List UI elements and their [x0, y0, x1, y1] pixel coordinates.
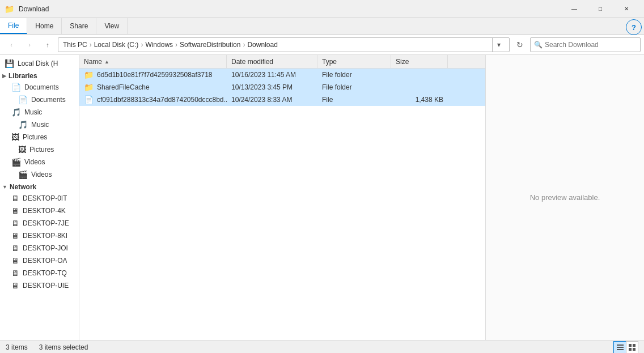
col-header-name[interactable]: Name ▲ — [79, 55, 227, 68]
sidebar-item-desktop-7je[interactable]: 🖥 DESKTOP-7JE — [0, 217, 79, 229]
sidebar-item-pictures-sub[interactable]: 🖼 Pictures — [0, 143, 79, 156]
svg-rect-4 — [633, 344, 635, 347]
refresh-button[interactable]: ↻ — [512, 37, 528, 52]
sidebar-item-pictures-lib[interactable]: 🖼 Pictures — [0, 131, 79, 143]
sidebar-item-desktop-uie[interactable]: 🖥 DESKTOP-UIE — [0, 279, 79, 292]
separator-2: › — [141, 41, 143, 49]
file-type-2: File — [317, 96, 391, 104]
sidebar-item-desktop-joi[interactable]: 🖥 DESKTOP-JOI — [0, 242, 79, 254]
status-bar: 3 items 3 items selected — [0, 340, 644, 353]
help-button[interactable]: ? — [626, 19, 642, 35]
file-type-0: File folder — [317, 71, 391, 79]
local-disk-label: Local Disk (H — [18, 59, 58, 67]
table-row[interactable]: 📁 SharedFileCache 10/13/2023 3:45 PM Fil… — [79, 81, 485, 93]
content-area: Name ▲ Date modified Type Size 📁 6d5d1b1… — [79, 55, 485, 340]
sidebar-item-desktop-oa[interactable]: 🖥 DESKTOP-OA — [0, 254, 79, 267]
sidebar-item-desktop-0it[interactable]: 🖥 DESKTOP-0IT — [0, 192, 79, 205]
svg-rect-6 — [633, 348, 635, 351]
network-pc-icon-6: 🖥 — [11, 269, 19, 278]
col-header-modified[interactable]: Date modified — [227, 55, 317, 68]
no-preview-text: No preview available. — [530, 193, 600, 202]
tiles-view-icon — [628, 343, 636, 351]
sidebar-item-documents-lib[interactable]: 📄 Documents — [0, 81, 79, 93]
desktop-tq-label: DESKTOP-TQ — [23, 269, 67, 277]
network-pc-icon-7: 🖥 — [11, 281, 19, 290]
ribbon: File Home Share View ? — [0, 18, 644, 35]
table-row[interactable]: 📄 cf091dbf288313c34a7dd8742050dccc8bd...… — [79, 93, 485, 106]
back-button[interactable]: ‹ — [3, 37, 19, 52]
network-expand-icon: ▼ — [2, 184, 7, 190]
minimize-button[interactable]: — — [561, 0, 587, 18]
network-pc-icon-3: 🖥 — [11, 231, 19, 240]
music-sub-label: Music — [31, 121, 49, 129]
file-list-header: Name ▲ Date modified Type Size — [79, 55, 485, 69]
path-softwaredistribution[interactable]: SoftwareDistribution — [180, 41, 240, 49]
status-left: 3 items 3 items selected — [6, 343, 88, 351]
file-size-2: 1,438 KB — [391, 96, 448, 104]
documents-sub-icon: 📄 — [18, 95, 28, 104]
separator-1: › — [90, 41, 92, 49]
expand-icon: ▶ — [2, 73, 6, 79]
path-this-pc[interactable]: This PC — [63, 41, 87, 49]
separator-4: › — [243, 41, 245, 49]
sidebar-item-documents-sub[interactable]: 📄 Documents — [0, 93, 79, 106]
forward-button[interactable]: › — [22, 37, 37, 52]
close-button[interactable]: ✕ — [613, 0, 639, 18]
tab-file[interactable]: File — [0, 18, 27, 34]
sidebar-item-desktop-tq[interactable]: 🖥 DESKTOP-TQ — [0, 267, 79, 279]
search-icon: 🔍 — [534, 41, 543, 49]
col-header-size[interactable]: Size — [391, 55, 448, 68]
path-local-disk[interactable]: Local Disk (C:) — [94, 41, 139, 49]
address-bar: ‹ › ↑ This PC › Local Disk (C:) › Window… — [0, 35, 644, 55]
sidebar-item-music-sub[interactable]: 🎵 Music — [0, 118, 79, 131]
view-controls — [613, 341, 638, 354]
file-modified-2: 10/24/2023 8:33 AM — [227, 96, 317, 104]
desktop-4k-label: DESKTOP-4K — [23, 207, 66, 215]
search-box[interactable]: 🔍 — [530, 37, 641, 52]
col-header-type[interactable]: Type — [317, 55, 391, 68]
svg-rect-1 — [617, 347, 624, 348]
sidebar-local-disk[interactable]: 💾 Local Disk (H — [0, 57, 79, 70]
libraries-label: Libraries — [9, 72, 37, 80]
network-pc-icon-1: 🖥 — [11, 206, 19, 215]
videos-sub-label: Videos — [31, 171, 52, 178]
videos-lib-icon: 🎬 — [11, 158, 21, 167]
preview-pane: No preview available. — [485, 55, 644, 340]
tab-home[interactable]: Home — [27, 18, 62, 34]
tab-share[interactable]: Share — [62, 18, 96, 34]
sidebar-libraries[interactable]: ▶ Libraries — [0, 70, 79, 81]
sidebar-item-videos-sub[interactable]: 🎬 Videos — [0, 168, 79, 181]
title-bar-controls: — □ ✕ — [561, 0, 639, 18]
file-name-1: 📁 SharedFileCache — [79, 83, 227, 92]
file-icon-2: 📄 — [84, 95, 94, 104]
sidebar-item-desktop-8ki[interactable]: 🖥 DESKTOP-8KI — [0, 229, 79, 242]
table-row[interactable]: 📁 6d5d1b10e81f7f7d4259932508af3718 10/16… — [79, 69, 485, 81]
desktop-uie-label: DESKTOP-UIE — [23, 282, 69, 290]
up-button[interactable]: ↑ — [40, 37, 56, 52]
file-name-0: 📁 6d5d1b10e81f7f7d4259932508af3718 — [79, 70, 227, 79]
sidebar-item-videos-lib[interactable]: 🎬 Videos — [0, 156, 79, 168]
address-dropdown[interactable]: ▾ — [492, 37, 505, 52]
tab-view[interactable]: View — [96, 18, 128, 34]
path-download[interactable]: Download — [247, 41, 277, 49]
sidebar-network[interactable]: ▼ Network — [0, 181, 79, 192]
view-tiles-button[interactable] — [626, 341, 638, 354]
svg-rect-3 — [629, 344, 632, 347]
title-bar-title: Download — [19, 5, 561, 13]
title-bar: 📁 Download — □ ✕ — [0, 0, 644, 18]
pictures-sub-label: Pictures — [29, 146, 54, 154]
search-input[interactable] — [545, 41, 637, 49]
documents-lib-label: Documents — [24, 83, 59, 91]
svg-rect-5 — [629, 348, 632, 351]
address-path[interactable]: This PC › Local Disk (C:) › Windows › So… — [58, 37, 510, 52]
sidebar: 💾 Local Disk (H ▶ Libraries 📄 Documents … — [0, 55, 79, 340]
file-type-1: File folder — [317, 83, 391, 91]
view-details-button[interactable] — [613, 341, 626, 354]
path-windows[interactable]: Windows — [145, 41, 173, 49]
sidebar-item-music-lib[interactable]: 🎵 Music — [0, 106, 79, 118]
videos-lib-label: Videos — [24, 158, 45, 166]
title-bar-app-icon: 📁 — [5, 5, 14, 14]
sidebar-item-desktop-4k[interactable]: 🖥 DESKTOP-4K — [0, 205, 79, 217]
main-layout: 💾 Local Disk (H ▶ Libraries 📄 Documents … — [0, 55, 644, 340]
maximize-button[interactable]: □ — [587, 0, 613, 18]
